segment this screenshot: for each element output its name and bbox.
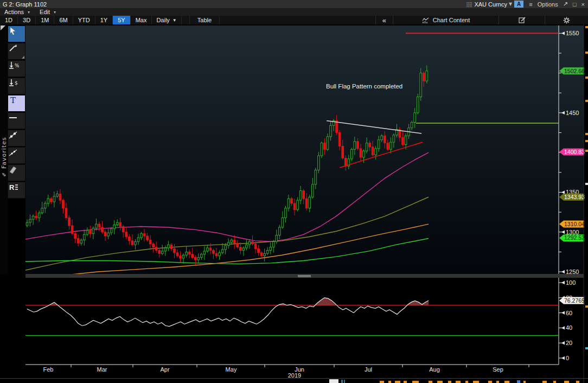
favorites-rail: ✎ Favorites <box>0 24 8 274</box>
splitter-handle[interactable] <box>298 275 311 276</box>
svg-text:1292.52: 1292.52 <box>564 234 585 241</box>
main-plot-background <box>25 25 584 274</box>
chevron-down-icon: ▾ <box>54 10 56 15</box>
svg-text:$: $ <box>15 80 18 86</box>
year-label: 2019 <box>288 372 301 379</box>
tool-ray[interactable] <box>8 147 25 164</box>
drawing-tools-rail: %$TR <box>8 25 26 199</box>
frequency-select[interactable]: Daily ▼ <box>152 16 181 24</box>
svg-text:1343.93: 1343.93 <box>564 194 585 200</box>
clipped-ticker-strip <box>329 379 579 383</box>
annotate-button[interactable] <box>498 16 545 24</box>
collapse-panel-button[interactable]: « <box>375 16 393 24</box>
chart-canvas[interactable]: 15501450135013001250Bull Flag Pattern co… <box>0 24 588 383</box>
svg-text:76.2765: 76.2765 <box>564 297 585 304</box>
flyout-indicator-icon <box>22 56 24 59</box>
menu-bar: Actions ▾ Edit ▾ <box>0 8 588 16</box>
range-button-ytd[interactable]: YTD <box>73 16 95 24</box>
svg-text:40: 40 <box>566 324 572 331</box>
tool-measure-dollar[interactable]: $ <box>8 78 25 94</box>
drag-grip-icon[interactable]: ⣿⣿ <box>466 2 472 7</box>
tool-horizontal-line[interactable] <box>8 112 25 129</box>
edit-note-icon <box>519 17 526 23</box>
panel-splitter[interactable] <box>25 274 584 278</box>
chart-content-button[interactable]: Chart Content <box>393 16 498 24</box>
rsi-overbought-fill <box>27 298 429 327</box>
splitter-handle[interactable] <box>298 276 311 277</box>
clipped-badge-fragment <box>585 100 588 102</box>
clipped-badge-fragment <box>585 26 588 28</box>
menu-edit[interactable]: Edit ▾ <box>35 9 61 15</box>
svg-text:Apr: Apr <box>160 366 169 373</box>
clipped-badge-fragment <box>585 52 588 54</box>
chevron-down-icon: ▾ <box>28 10 30 15</box>
panel-letter-badge[interactable]: A <box>514 1 523 8</box>
range-button-3d[interactable]: 3D <box>18 16 36 24</box>
ma-200-value-badge: 1292.52 <box>559 234 585 241</box>
menu-icon[interactable]: ≡ <box>529 1 532 8</box>
range-button-1y[interactable]: 1Y <box>95 16 113 24</box>
svg-text:60: 60 <box>566 310 572 316</box>
svg-text:Mar: Mar <box>97 366 107 373</box>
svg-text:Aug: Aug <box>429 366 440 373</box>
svg-text:1310.04: 1310.04 <box>564 221 585 227</box>
svg-text:0: 0 <box>566 355 569 361</box>
bottom-divider <box>0 378 588 379</box>
security-name[interactable]: XAU Curncy <box>474 1 507 8</box>
range-button-6m[interactable]: 6M <box>54 16 73 24</box>
svg-text:%: % <box>15 63 19 68</box>
chart-stage: 15501450135013001250Bull Flag Pattern co… <box>0 24 588 383</box>
tool-cursor[interactable] <box>8 25 25 42</box>
range-toolbar: 1D3D1M6MYTD1Y5YMax Daily ▼ Table « Chart… <box>0 16 588 24</box>
svg-text:1450: 1450 <box>566 110 579 116</box>
rsi-value-badge: 76.2765 <box>559 297 585 304</box>
range-button-1m[interactable]: 1M <box>36 16 54 24</box>
ma-150-value-badge: 1310.04 <box>559 221 585 228</box>
time-axis: FebMarAprMayJunJulAugSep2019 <box>25 365 559 379</box>
svg-text:1550: 1550 <box>566 30 579 36</box>
ma-100-value-badge: 1343.93 <box>559 194 585 201</box>
title-bar: G 2: Graph 1102 ⣿⣿ XAU Curncy ▼ A ≡ Opti… <box>0 0 588 8</box>
window-title: G 2: Graph 1102 <box>3 1 47 8</box>
bloomberg-chart-window: G 2: Graph 1102 ⣿⣿ XAU Curncy ▼ A ≡ Opti… <box>0 0 588 383</box>
clipped-badge-fragment <box>585 183 588 185</box>
last-price-badge: 1502.66 <box>559 67 585 74</box>
tool-trendline[interactable] <box>8 130 25 146</box>
range-button-max[interactable]: Max <box>131 16 152 24</box>
svg-text:Feb: Feb <box>43 366 54 373</box>
svg-text:T: T <box>10 95 16 105</box>
table-button[interactable]: Table <box>189 16 220 24</box>
collapse-rail-icon[interactable] <box>1 25 5 30</box>
svg-text:100: 100 <box>566 279 576 286</box>
mini-chart-icon <box>422 17 430 23</box>
range-button-5y[interactable]: 5Y <box>113 16 130 24</box>
pencil-icon: ✎ <box>1 169 7 177</box>
tool-draw[interactable] <box>8 43 25 60</box>
menu-actions[interactable]: Actions ▾ <box>0 9 35 15</box>
svg-text:Jul: Jul <box>365 366 372 373</box>
range-button-1d[interactable]: 1D <box>0 16 18 24</box>
chevron-down-icon: ▼ <box>172 18 177 23</box>
clipped-badge-fragment <box>585 347 588 349</box>
tool-channel[interactable] <box>8 164 25 181</box>
svg-text:1400.83: 1400.83 <box>564 149 585 155</box>
favorites-tab[interactable]: ✎ Favorites <box>0 106 8 209</box>
settings-button[interactable] <box>545 16 588 24</box>
tool-text[interactable]: T <box>8 95 25 112</box>
svg-text:20: 20 <box>566 340 572 346</box>
tool-measure-percent[interactable]: % <box>8 60 25 77</box>
svg-text:May: May <box>226 366 237 373</box>
security-dropdown-icon[interactable]: ▼ <box>509 2 512 7</box>
close-icon[interactable]: × <box>581 1 585 8</box>
clipped-badge-fragment <box>585 140 588 142</box>
tool-regression[interactable]: R <box>8 182 25 199</box>
bull-flag-annotation[interactable]: Bull Flag Pattern completed <box>326 83 402 90</box>
options-button[interactable]: Options <box>538 1 558 8</box>
gear-icon <box>563 17 570 24</box>
popout-icon[interactable]: ↗ <box>563 1 568 8</box>
rsi-line <box>27 298 429 327</box>
svg-text:Sep: Sep <box>493 366 503 373</box>
maximize-icon[interactable]: □ <box>573 1 577 8</box>
rsi-panel: 100806040200 <box>25 279 576 361</box>
svg-text:1502.66: 1502.66 <box>564 68 585 74</box>
